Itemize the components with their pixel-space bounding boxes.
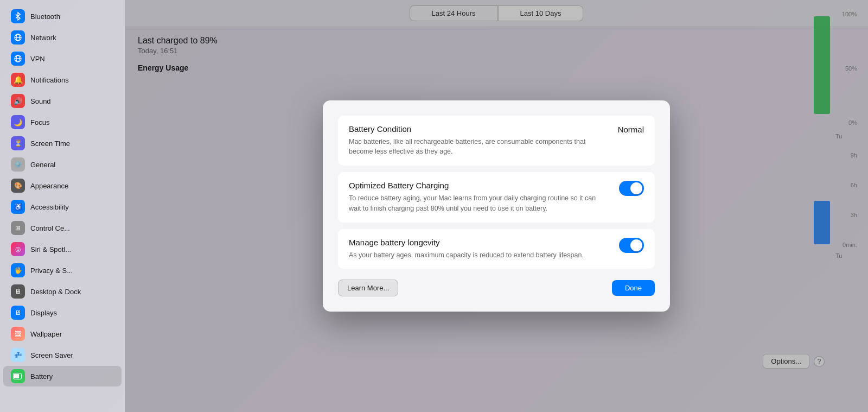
sidebar-item-accessibility-label: Accessibility — [30, 203, 69, 211]
sidebar: Bluetooth Network VPN — [0, 0, 125, 412]
appearance-icon: 🎨 — [11, 179, 25, 193]
sidebar-item-siri-label: Siri & Spotl... — [30, 245, 71, 253]
sidebar-item-screen-time[interactable]: ⏳ Screen Time — [3, 133, 122, 154]
notifications-icon: 🔔 — [11, 73, 25, 87]
accessibility-icon: ♿ — [11, 200, 25, 214]
sidebar-item-general-label: General — [30, 161, 55, 169]
siri-icon: ◎ — [11, 242, 25, 256]
toggle-track-2 — [619, 238, 644, 253]
sidebar-item-wallpaper[interactable]: 🖼 Wallpaper — [3, 324, 122, 344]
optimized-charging-desc: To reduce battery aging, your Mac learns… — [349, 193, 608, 214]
sidebar-item-desktop-dock-label: Desktop & Dock — [30, 288, 81, 296]
battery-longevity-row: Manage battery longevity As your battery… — [349, 238, 644, 261]
sidebar-item-wallpaper-label: Wallpaper — [30, 330, 62, 338]
sidebar-item-appearance-label: Appearance — [30, 182, 68, 190]
svg-rect-7 — [14, 374, 19, 378]
sidebar-item-focus-label: Focus — [30, 118, 49, 126]
control-center-icon: ⊞ — [11, 221, 25, 235]
battery-condition-value: Normal — [618, 125, 644, 134]
battery-longevity-toggle[interactable] — [619, 238, 644, 253]
sidebar-item-appearance[interactable]: 🎨 Appearance — [3, 175, 122, 196]
sidebar-item-network[interactable]: Network — [3, 27, 122, 48]
optimized-charging-row: Optimized Battery Charging To reduce bat… — [349, 181, 644, 214]
bluetooth-icon — [11, 9, 25, 23]
battery-condition-desc: Mac batteries, like all rechargeable bat… — [349, 137, 607, 157]
sidebar-item-displays[interactable]: 🖥 Displays — [3, 302, 122, 323]
battery-condition-section: Battery Condition Mac batteries, like al… — [338, 116, 655, 166]
optimized-charging-content: Optimized Battery Charging To reduce bat… — [349, 181, 608, 214]
sidebar-item-desktop-dock[interactable]: 🖥 Desktop & Dock — [3, 281, 122, 302]
modal-overlay: Battery Condition Mac batteries, like al… — [125, 0, 868, 412]
sidebar-item-focus[interactable]: 🌙 Focus — [3, 112, 122, 132]
screen-time-icon: ⏳ — [11, 136, 25, 150]
optimized-charging-toggle[interactable] — [619, 181, 644, 196]
sidebar-item-network-label: Network — [30, 34, 56, 42]
sidebar-item-siri[interactable]: ◎ Siri & Spotl... — [3, 239, 122, 259]
modal-footer: Learn More... Done — [338, 280, 655, 296]
screen-saver-icon: 💤 — [11, 348, 25, 362]
privacy-icon: 🖐 — [11, 263, 25, 277]
sidebar-item-general[interactable]: ⚙️ General — [3, 154, 122, 175]
learn-more-button[interactable]: Learn More... — [338, 280, 398, 296]
sidebar-item-accessibility[interactable]: ♿ Accessibility — [3, 197, 122, 217]
desktop-dock-icon: 🖥 — [11, 284, 25, 299]
sidebar-item-sound-label: Sound — [30, 97, 51, 105]
sidebar-item-bluetooth[interactable]: Bluetooth — [3, 6, 122, 27]
toggle-track — [619, 181, 644, 196]
sidebar-item-screen-saver[interactable]: 💤 Screen Saver — [3, 345, 122, 365]
focus-icon: 🌙 — [11, 115, 25, 129]
battery-longevity-section: Manage battery longevity As your battery… — [338, 229, 655, 269]
optimized-charging-section: Optimized Battery Charging To reduce bat… — [338, 172, 655, 223]
sidebar-item-sound[interactable]: 🔊 Sound — [3, 91, 122, 111]
battery-modal: Battery Condition Mac batteries, like al… — [323, 100, 670, 312]
general-icon: ⚙️ — [11, 157, 25, 172]
network-icon — [11, 30, 25, 45]
battery-longevity-content: Manage battery longevity As your battery… — [349, 238, 608, 261]
toggle-thumb — [630, 182, 642, 194]
sidebar-item-notifications-label: Notifications — [30, 76, 69, 84]
battery-condition-content: Battery Condition Mac batteries, like al… — [349, 124, 607, 157]
wallpaper-icon: 🖼 — [11, 327, 25, 341]
battery-icon — [11, 369, 25, 383]
battery-condition-row: Battery Condition Mac batteries, like al… — [349, 124, 644, 157]
vpn-icon — [11, 52, 25, 66]
main-content: Last 24 Hours Last 10 Days Last charged … — [125, 0, 868, 412]
sidebar-item-displays-label: Displays — [30, 309, 57, 317]
battery-longevity-desc: As your battery ages, maximum capacity i… — [349, 250, 608, 261]
displays-icon: 🖥 — [11, 306, 25, 320]
optimized-charging-title: Optimized Battery Charging — [349, 181, 608, 190]
sidebar-item-bluetooth-label: Bluetooth — [30, 12, 60, 21]
sidebar-item-vpn[interactable]: VPN — [3, 48, 122, 69]
sidebar-item-vpn-label: VPN — [30, 55, 45, 63]
toggle-thumb-2 — [630, 239, 642, 251]
sidebar-item-screen-saver-label: Screen Saver — [30, 351, 73, 359]
sidebar-item-privacy[interactable]: 🖐 Privacy & S... — [3, 260, 122, 281]
sidebar-item-privacy-label: Privacy & S... — [30, 267, 73, 275]
sidebar-item-screen-time-label: Screen Time — [30, 140, 70, 148]
sidebar-item-battery[interactable]: Battery — [3, 366, 122, 386]
done-button[interactable]: Done — [612, 280, 655, 296]
battery-condition-title: Battery Condition — [349, 124, 607, 134]
sidebar-item-battery-label: Battery — [30, 372, 53, 381]
sidebar-item-notifications[interactable]: 🔔 Notifications — [3, 69, 122, 90]
battery-longevity-title: Manage battery longevity — [349, 238, 608, 247]
sidebar-item-control-center-label: Control Ce... — [30, 224, 70, 232]
sound-icon: 🔊 — [11, 94, 25, 108]
settings-window: Bluetooth Network VPN — [0, 0, 868, 412]
sidebar-item-control-center[interactable]: ⊞ Control Ce... — [3, 218, 122, 238]
